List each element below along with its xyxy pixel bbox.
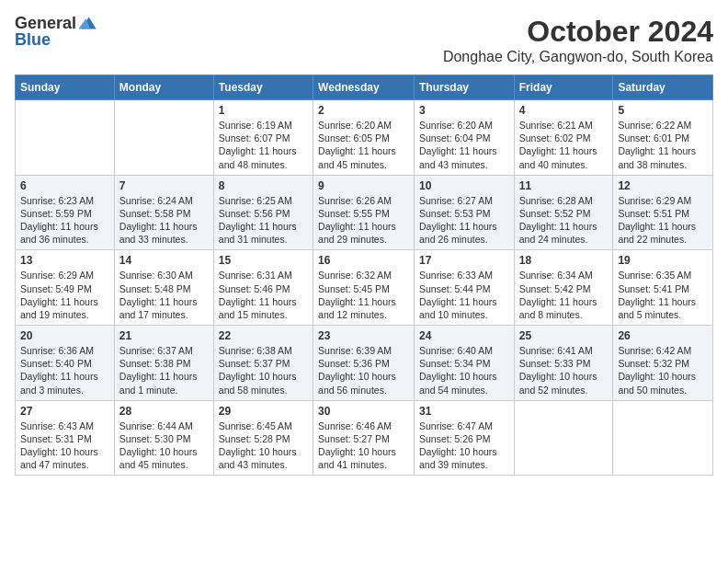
calendar-cell: 6Sunrise: 6:23 AM Sunset: 5:59 PM Daylig… [16,175,115,250]
day-info: Sunrise: 6:32 AM Sunset: 5:45 PM Dayligh… [318,269,409,321]
calendar-header-row: SundayMondayTuesdayWednesdayThursdayFrid… [16,75,713,100]
day-info: Sunrise: 6:31 AM Sunset: 5:46 PM Dayligh… [219,269,308,321]
calendar-cell: 16Sunrise: 6:32 AM Sunset: 5:45 PM Dayli… [313,250,415,326]
day-number: 31 [419,405,509,418]
calendar-cell [613,400,713,476]
day-info: Sunrise: 6:22 AM Sunset: 6:01 PM Dayligh… [618,119,708,171]
day-info: Sunrise: 6:40 AM Sunset: 5:34 PM Dayligh… [419,344,509,396]
header-day-monday: Monday [114,75,213,100]
day-info: Sunrise: 6:33 AM Sunset: 5:44 PM Dayligh… [419,269,509,321]
header-day-wednesday: Wednesday [313,75,415,100]
calendar-week-row: 13Sunrise: 6:29 AM Sunset: 5:49 PM Dayli… [16,250,713,326]
calendar-title: October 2024 [443,15,713,49]
calendar-cell: 21Sunrise: 6:37 AM Sunset: 5:38 PM Dayli… [114,326,213,401]
day-info: Sunrise: 6:19 AM Sunset: 6:07 PM Dayligh… [219,119,308,171]
calendar-cell: 26Sunrise: 6:42 AM Sunset: 5:32 PM Dayli… [613,326,713,401]
day-number: 24 [419,329,509,342]
header-day-tuesday: Tuesday [213,75,313,100]
day-info: Sunrise: 6:27 AM Sunset: 5:53 PM Dayligh… [419,194,509,247]
calendar-cell: 7Sunrise: 6:24 AM Sunset: 5:58 PM Daylig… [114,175,213,250]
day-number: 8 [219,179,308,192]
day-number: 25 [519,329,609,342]
day-info: Sunrise: 6:30 AM Sunset: 5:48 PM Dayligh… [119,269,209,321]
calendar-week-row: 27Sunrise: 6:43 AM Sunset: 5:31 PM Dayli… [16,400,713,476]
calendar-cell: 23Sunrise: 6:39 AM Sunset: 5:36 PM Dayli… [313,326,415,401]
calendar-cell: 29Sunrise: 6:45 AM Sunset: 5:28 PM Dayli… [213,400,313,476]
day-info: Sunrise: 6:26 AM Sunset: 5:55 PM Dayligh… [318,194,409,247]
title-area: October 2024 Donghae City, Gangwon-do, S… [443,15,713,65]
day-number: 12 [618,179,708,192]
day-info: Sunrise: 6:25 AM Sunset: 5:56 PM Dayligh… [219,194,308,247]
day-number: 4 [519,104,609,117]
day-info: Sunrise: 6:20 AM Sunset: 6:04 PM Dayligh… [419,119,509,171]
header-day-sunday: Sunday [16,75,115,100]
day-number: 27 [20,405,109,418]
calendar-cell: 14Sunrise: 6:30 AM Sunset: 5:48 PM Dayli… [114,250,213,326]
day-number: 30 [318,405,409,418]
calendar-cell: 9Sunrise: 6:26 AM Sunset: 5:55 PM Daylig… [313,175,415,250]
day-number: 7 [119,179,209,192]
day-info: Sunrise: 6:44 AM Sunset: 5:30 PM Dayligh… [119,419,209,472]
day-number: 22 [219,329,308,342]
header-day-saturday: Saturday [613,75,713,100]
calendar-cell: 3Sunrise: 6:20 AM Sunset: 6:04 PM Daylig… [414,100,514,176]
day-number: 1 [219,104,308,117]
day-number: 10 [419,179,509,192]
day-number: 11 [519,179,609,192]
calendar-cell: 28Sunrise: 6:44 AM Sunset: 5:30 PM Dayli… [114,400,213,476]
day-info: Sunrise: 6:28 AM Sunset: 5:52 PM Dayligh… [519,194,609,247]
day-number: 28 [119,405,209,418]
day-number: 3 [419,104,509,117]
day-info: Sunrise: 6:21 AM Sunset: 6:02 PM Dayligh… [519,119,609,171]
calendar-week-row: 20Sunrise: 6:36 AM Sunset: 5:40 PM Dayli… [16,326,713,401]
day-info: Sunrise: 6:46 AM Sunset: 5:27 PM Dayligh… [318,419,409,472]
calendar-cell [514,400,613,476]
day-number: 16 [318,254,409,267]
day-info: Sunrise: 6:39 AM Sunset: 5:36 PM Dayligh… [318,344,409,396]
day-number: 21 [119,329,209,342]
day-info: Sunrise: 6:37 AM Sunset: 5:38 PM Dayligh… [119,344,209,396]
day-info: Sunrise: 6:38 AM Sunset: 5:37 PM Dayligh… [219,344,308,396]
day-info: Sunrise: 6:23 AM Sunset: 5:59 PM Dayligh… [20,194,109,247]
calendar-cell: 30Sunrise: 6:46 AM Sunset: 5:27 PM Dayli… [313,400,415,476]
calendar-cell: 18Sunrise: 6:34 AM Sunset: 5:42 PM Dayli… [514,250,613,326]
day-info: Sunrise: 6:29 AM Sunset: 5:49 PM Dayligh… [20,269,109,321]
logo-icon [78,16,97,30]
calendar-cell: 17Sunrise: 6:33 AM Sunset: 5:44 PM Dayli… [414,250,514,326]
day-number: 14 [119,254,209,267]
day-info: Sunrise: 6:36 AM Sunset: 5:40 PM Dayligh… [20,344,109,396]
calendar-week-row: 1Sunrise: 6:19 AM Sunset: 6:07 PM Daylig… [16,100,713,176]
day-info: Sunrise: 6:43 AM Sunset: 5:31 PM Dayligh… [20,419,109,472]
day-number: 6 [20,179,109,192]
logo-general: General [15,15,76,31]
day-number: 23 [318,329,409,342]
calendar-cell: 2Sunrise: 6:20 AM Sunset: 6:05 PM Daylig… [313,100,415,176]
day-number: 18 [519,254,609,267]
day-info: Sunrise: 6:34 AM Sunset: 5:42 PM Dayligh… [519,269,609,321]
calendar-table: SundayMondayTuesdayWednesdayThursdayFrid… [15,75,713,476]
calendar-cell: 24Sunrise: 6:40 AM Sunset: 5:34 PM Dayli… [414,326,514,401]
calendar-cell: 15Sunrise: 6:31 AM Sunset: 5:46 PM Dayli… [213,250,313,326]
header-day-thursday: Thursday [414,75,514,100]
day-info: Sunrise: 6:42 AM Sunset: 5:32 PM Dayligh… [618,344,708,396]
day-number: 9 [318,179,409,192]
calendar-cell: 31Sunrise: 6:47 AM Sunset: 5:26 PM Dayli… [414,400,514,476]
calendar-cell: 11Sunrise: 6:28 AM Sunset: 5:52 PM Dayli… [514,175,613,250]
header: General Blue October 2024 Donghae City, … [15,15,713,65]
day-info: Sunrise: 6:24 AM Sunset: 5:58 PM Dayligh… [119,194,209,247]
day-number: 13 [20,254,109,267]
header-day-friday: Friday [514,75,613,100]
calendar-cell [16,100,115,176]
day-number: 5 [618,104,708,117]
calendar-cell: 1Sunrise: 6:19 AM Sunset: 6:07 PM Daylig… [213,100,313,176]
calendar-cell: 25Sunrise: 6:41 AM Sunset: 5:33 PM Dayli… [514,326,613,401]
day-info: Sunrise: 6:41 AM Sunset: 5:33 PM Dayligh… [519,344,609,396]
day-info: Sunrise: 6:20 AM Sunset: 6:05 PM Dayligh… [318,119,409,171]
day-number: 17 [419,254,509,267]
day-number: 2 [318,104,409,117]
day-info: Sunrise: 6:47 AM Sunset: 5:26 PM Dayligh… [419,419,509,472]
calendar-cell: 27Sunrise: 6:43 AM Sunset: 5:31 PM Dayli… [16,400,115,476]
calendar-cell: 5Sunrise: 6:22 AM Sunset: 6:01 PM Daylig… [613,100,713,176]
calendar-cell: 12Sunrise: 6:29 AM Sunset: 5:51 PM Dayli… [613,175,713,250]
day-number: 29 [219,405,308,418]
